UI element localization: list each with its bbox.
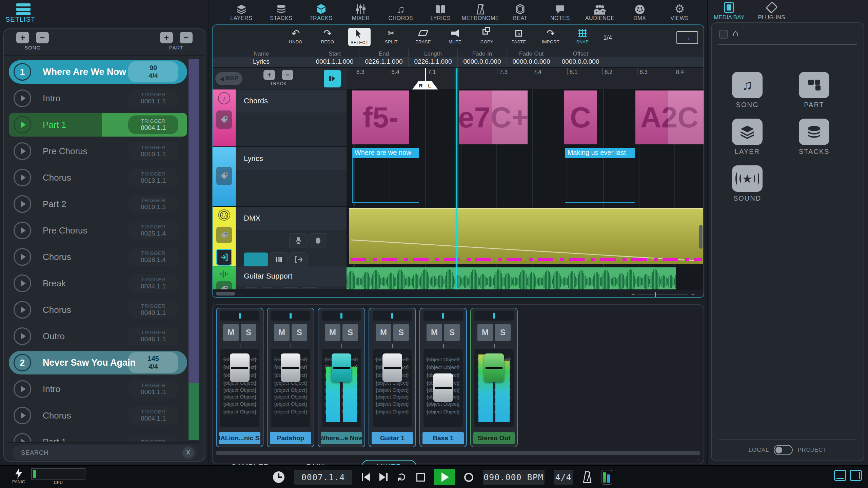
- mute-button[interactable]: M: [477, 324, 493, 341]
- main-tab-metronome[interactable]: METRONOME: [460, 3, 500, 21]
- setlist-item[interactable]: Pre Chorus TRIGGER 0010.1.1: [4, 138, 205, 164]
- fader-handle[interactable]: [230, 353, 250, 382]
- scrollbar-handle[interactable]: [216, 292, 235, 296]
- channel-strip[interactable]: M S [object Object][object Object][objec…: [470, 308, 518, 447]
- setlist-item[interactable]: Part 1 TRIGGER: [4, 429, 205, 442]
- setlist-item[interactable]: Outro TRIGGER 0046.1.1: [4, 323, 205, 349]
- setlist-item[interactable]: Part 2 TRIGGER 0019.1.1: [4, 191, 205, 217]
- solo-button[interactable]: S: [444, 324, 460, 341]
- channel-strip[interactable]: M S [object Object][object Object][objec…: [216, 308, 263, 447]
- filter-checkbox[interactable]: [719, 30, 728, 39]
- lyric-event[interactable]: Making us ever last: [565, 148, 635, 203]
- chords-track-header[interactable]: Chords: [236, 89, 347, 146]
- setlist-item[interactable]: 1 Where Are We Now 90 4/4: [4, 59, 205, 85]
- dmx-track-content[interactable]: [347, 207, 704, 266]
- main-tab-lyrics[interactable]: LYRICS: [421, 3, 461, 21]
- tempo-display[interactable]: 090.000 BPM: [483, 470, 545, 485]
- lyric-event[interactable]: Where are we now: [352, 148, 419, 203]
- setlist-item[interactable]: Chorus TRIGGER 0040.1.1: [4, 297, 205, 323]
- main-tab-chords[interactable]: ♫ CHORDS: [381, 3, 421, 21]
- layer-icon[interactable]: [732, 119, 763, 145]
- stop-button[interactable]: [416, 473, 425, 482]
- fader-track[interactable]: [object Object][object Object][object Ob…: [220, 349, 259, 427]
- fader-handle[interactable]: [382, 353, 402, 382]
- add-song-button[interactable]: +: [16, 32, 29, 43]
- pan-control[interactable]: [373, 311, 412, 321]
- remove-song-button[interactable]: −: [36, 32, 49, 43]
- search-clear-button[interactable]: X: [182, 447, 194, 459]
- snap-value[interactable]: 1/4: [603, 34, 612, 41]
- go-to-start-button[interactable]: [362, 473, 370, 481]
- setlist-item[interactable]: Intro TRIGGER 0001.1.1: [4, 376, 205, 402]
- setlist-item[interactable]: Break TRIGGER 0034.1.1: [4, 270, 205, 297]
- channel-strip[interactable]: M S [object Object][object Object][objec…: [369, 308, 416, 447]
- local-project-toggle[interactable]: [774, 445, 793, 455]
- right-tab-plug-ins[interactable]: PLUG-INS: [758, 1, 785, 21]
- remove-part-button[interactable]: −: [180, 32, 193, 43]
- dmx-input-icon[interactable]: [216, 249, 232, 266]
- split-tool-button[interactable]: ✂ SPLIT: [380, 28, 402, 44]
- select-tool-button[interactable]: SELECT: [348, 28, 371, 46]
- channel-name[interactable]: HALion...nic SE: [219, 432, 260, 444]
- zoom-out-icon[interactable]: −: [631, 291, 635, 298]
- channel-name[interactable]: Stereo Out: [473, 432, 515, 444]
- locator-line[interactable]: [425, 68, 426, 82]
- lyrics-track-content[interactable]: Where are we now Making us ever last: [347, 147, 704, 206]
- play-circle-icon[interactable]: [14, 142, 31, 160]
- channel-strip[interactable]: M S [object Object][object Object][objec…: [267, 308, 314, 447]
- play-circle-icon[interactable]: [14, 274, 31, 292]
- setlist-item[interactable]: Part 1 TRIGGER 0004.1.1: [4, 111, 205, 138]
- toggle-right-panel-icon[interactable]: [850, 470, 862, 481]
- zoom-in-icon[interactable]: +: [691, 291, 695, 298]
- channel-name[interactable]: Bass 1: [422, 432, 464, 444]
- main-tab-views[interactable]: ⚙ VIEWS: [660, 3, 700, 21]
- lyrics-track-header[interactable]: Lyrics: [236, 147, 347, 206]
- mute-button[interactable]: M: [274, 324, 290, 341]
- solo-button[interactable]: S: [495, 324, 511, 341]
- mic-button[interactable]: [289, 233, 308, 248]
- play-circle-icon[interactable]: [14, 89, 31, 107]
- setlist-item[interactable]: Chorus TRIGGER 0004.1.1: [4, 402, 205, 429]
- event-info-field[interactable]: Start 0001.1.1.000: [310, 49, 359, 67]
- solo-button[interactable]: S: [342, 324, 358, 341]
- media-item-stacks[interactable]: STACKS: [799, 119, 829, 156]
- paste-button[interactable]: ↘ PASTE: [508, 28, 530, 44]
- pan-control[interactable]: [322, 311, 361, 321]
- search-input[interactable]: [21, 449, 182, 456]
- event-info-field[interactable]: Fade-In 0000.0.0.000: [458, 49, 507, 67]
- setlist-item[interactable]: 2 Never Saw You Again 145 4/4: [4, 349, 205, 376]
- play-circle-icon[interactable]: [14, 327, 31, 345]
- play-button[interactable]: [434, 469, 455, 485]
- lyrics-track[interactable]: Lyrics Where are we now Making us ever l…: [213, 147, 704, 207]
- event-info-field[interactable]: Offset 0000.0.0.000: [556, 49, 605, 67]
- add-track-button[interactable]: +: [263, 70, 275, 80]
- channel-strip[interactable]: M S [object Object][object Object][objec…: [419, 308, 467, 447]
- play-circle-icon[interactable]: [14, 407, 31, 424]
- sound-icon[interactable]: ★: [732, 165, 763, 192]
- timesig-display[interactable]: 4/4: [554, 470, 573, 485]
- dmx-event-block[interactable]: [349, 208, 703, 264]
- snap-toggle-button[interactable]: SNAP: [571, 28, 594, 44]
- copy-button[interactable]: COPY: [476, 28, 498, 44]
- event-info-field[interactable]: End 0226.1.1.000: [359, 49, 409, 67]
- go-to-end-button[interactable]: [379, 473, 388, 481]
- zoom-control[interactable]: − +: [631, 291, 695, 298]
- setlist-item[interactable]: Chorus TRIGGER 0028.1.4: [4, 244, 205, 270]
- timeline-ruler[interactable]: 6.3 6.4 7.1 7.3 7.4 8.1 8.2 8.3: [347, 68, 704, 89]
- fader-handle[interactable]: [484, 353, 504, 382]
- forward-arrow-button[interactable]: →: [676, 31, 698, 44]
- pan-control[interactable]: [474, 311, 514, 321]
- song-icon[interactable]: ♫: [732, 72, 763, 98]
- monitor-button[interactable]: [309, 233, 327, 248]
- pan-control[interactable]: [423, 311, 463, 321]
- main-tab-beat[interactable]: BEAT: [500, 3, 540, 21]
- play-circle-icon[interactable]: [14, 248, 31, 266]
- guitar-track-header[interactable]: Guitar Support M S: [236, 266, 347, 291]
- chord-event[interactable]: A2C: [635, 90, 704, 144]
- event-info-field[interactable]: Length 0226.1.1.000: [409, 49, 458, 67]
- record-button[interactable]: [464, 473, 473, 482]
- chord-event[interactable]: f5-: [352, 90, 409, 144]
- fader-handle[interactable]: [281, 353, 300, 382]
- setlist-item[interactable]: Intro TRIGGER 0001.1.1: [4, 85, 205, 111]
- media-item-layer[interactable]: LAYER: [732, 119, 763, 156]
